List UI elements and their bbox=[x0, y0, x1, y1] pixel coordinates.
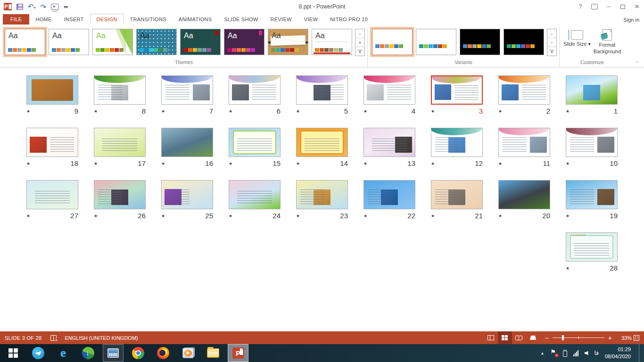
tab-design[interactable]: DESIGN bbox=[90, 14, 124, 25]
animation-indicator-star[interactable]: ★ bbox=[498, 109, 502, 114]
slide-thumbnail-24[interactable] bbox=[229, 180, 281, 209]
taskbar-media-player-button[interactable] bbox=[178, 344, 198, 362]
slide-thumbnail-8[interactable] bbox=[94, 75, 146, 105]
animation-indicator-star[interactable]: ★ bbox=[363, 214, 367, 218]
animation-indicator-star[interactable]: ★ bbox=[296, 214, 300, 218]
slide-thumbnail-1[interactable] bbox=[566, 75, 618, 105]
slide-thumbnail-4[interactable] bbox=[363, 75, 415, 105]
themes-scroll-up-button[interactable]: ▲ bbox=[355, 29, 364, 38]
tab-animations[interactable]: ANIMATIONS bbox=[173, 14, 218, 25]
theme-facet[interactable]: Aa bbox=[92, 29, 133, 55]
redo-button[interactable]: ↷ bbox=[41, 3, 47, 10]
close-button[interactable]: ✕ bbox=[630, 0, 644, 13]
animation-indicator-star[interactable]: ★ bbox=[94, 161, 98, 166]
animation-indicator-star[interactable]: ★ bbox=[566, 214, 570, 218]
animation-indicator-star[interactable]: ★ bbox=[161, 109, 165, 114]
animation-indicator-star[interactable]: ★ bbox=[566, 109, 570, 114]
minimize-button[interactable]: ─ bbox=[602, 0, 616, 13]
slide-thumbnail-15[interactable] bbox=[229, 128, 281, 157]
themes-more-button[interactable]: ▼ bbox=[355, 47, 364, 56]
slide-thumbnail-23[interactable] bbox=[296, 180, 348, 209]
tab-slide-show[interactable]: SLIDE SHOW bbox=[218, 14, 264, 25]
zoom-in-button[interactable]: + bbox=[608, 335, 612, 341]
tab-review[interactable]: REVIEW bbox=[264, 14, 298, 25]
help-button[interactable]: ? bbox=[573, 0, 587, 13]
volume-icon[interactable] bbox=[585, 351, 588, 355]
variants-scroll-up-button[interactable]: ▲ bbox=[547, 29, 556, 38]
slide-thumbnail-6[interactable] bbox=[229, 75, 281, 105]
keyboard-language-indicator[interactable]: فا bbox=[594, 350, 599, 356]
reading-view-button[interactable] bbox=[512, 331, 526, 344]
slide-thumbnail-13[interactable] bbox=[363, 128, 415, 157]
customize-qat-button[interactable]: ▾▾ bbox=[64, 4, 67, 9]
sign-in-link[interactable]: Sign in bbox=[623, 17, 639, 23]
taskbar-on-screen-keyboard-button[interactable] bbox=[103, 344, 124, 362]
animation-indicator-star[interactable]: ★ bbox=[296, 161, 300, 166]
animation-indicator-star[interactable]: ★ bbox=[566, 161, 570, 166]
theme-ion-boardroom[interactable]: Aa bbox=[224, 29, 264, 55]
slide-thumbnail-7[interactable] bbox=[161, 75, 213, 105]
theme-ion[interactable]: Aa bbox=[180, 29, 221, 55]
slide-show-button[interactable] bbox=[526, 331, 540, 344]
slide-thumbnail-28[interactable] bbox=[566, 232, 618, 262]
spell-check-icon[interactable] bbox=[50, 335, 57, 341]
slide-thumbnail-14[interactable] bbox=[296, 128, 348, 157]
animation-indicator-star[interactable]: ★ bbox=[566, 266, 570, 271]
slide-thumbnail-9[interactable] bbox=[26, 75, 78, 105]
action-center-flag-icon[interactable] bbox=[551, 350, 557, 356]
themes-scroll-down-button[interactable]: ▼ bbox=[355, 38, 364, 47]
power-battery-icon[interactable] bbox=[563, 351, 567, 357]
slide-thumbnail-20[interactable] bbox=[498, 180, 550, 209]
animation-indicator-star[interactable]: ★ bbox=[431, 161, 435, 166]
taskbar-file-explorer-button[interactable] bbox=[203, 344, 223, 362]
slide-thumbnail-5[interactable] bbox=[296, 75, 348, 105]
slide-size-button[interactable]: Slide Size ▾ bbox=[562, 27, 592, 48]
theme-organic[interactable]: Aa bbox=[268, 29, 308, 55]
fit-slide-to-window-button[interactable] bbox=[634, 335, 639, 341]
animation-indicator-star[interactable]: ★ bbox=[94, 214, 98, 218]
slide-thumbnail-10[interactable] bbox=[566, 128, 618, 157]
theme-retrospect[interactable]: Aa bbox=[312, 29, 352, 55]
slide-thumbnail-18[interactable] bbox=[26, 128, 78, 157]
slide-thumbnail-12[interactable] bbox=[431, 128, 483, 157]
zoom-slider[interactable] bbox=[553, 337, 604, 338]
undo-dropdown-icon[interactable]: ▾ bbox=[34, 6, 36, 10]
language-indicator[interactable]: ENGLISH (UNITED KINGDOM) bbox=[65, 335, 138, 341]
taskbar-telegram-button[interactable] bbox=[28, 344, 49, 362]
variant-3[interactable] bbox=[460, 29, 500, 55]
slide-thumbnail-19[interactable] bbox=[566, 180, 618, 209]
slide-thumbnail-27[interactable] bbox=[26, 180, 78, 209]
variant-4[interactable] bbox=[504, 29, 544, 55]
variants-scroll-down-button[interactable]: ▼ bbox=[547, 38, 556, 47]
collapse-ribbon-button[interactable]: ︿ bbox=[635, 58, 639, 65]
taskbar-firefox-button[interactable] bbox=[153, 344, 173, 362]
slide-thumbnail-3[interactable] bbox=[431, 75, 483, 105]
variant-1[interactable] bbox=[372, 29, 413, 55]
animation-indicator-star[interactable]: ★ bbox=[229, 214, 232, 218]
taskbar-powerpoint-button[interactable]: P bbox=[228, 344, 248, 362]
restore-button[interactable] bbox=[616, 0, 630, 13]
animation-indicator-star[interactable]: ★ bbox=[26, 214, 30, 218]
theme-office[interactable]: Aa bbox=[5, 29, 45, 55]
tab-file[interactable]: FILE bbox=[3, 14, 29, 25]
tab-view[interactable]: VIEW bbox=[298, 14, 324, 25]
slide-thumbnail-26[interactable] bbox=[94, 180, 146, 209]
normal-view-button[interactable] bbox=[484, 331, 498, 344]
slide-thumbnail-22[interactable] bbox=[363, 180, 415, 209]
slide-thumbnail-11[interactable] bbox=[498, 128, 550, 157]
tab-home[interactable]: HOME bbox=[29, 14, 58, 25]
animation-indicator-star[interactable]: ★ bbox=[498, 161, 502, 166]
tab-nitro-pro-10[interactable]: NITRO PRO 10 bbox=[324, 14, 374, 25]
animation-indicator-star[interactable]: ★ bbox=[296, 109, 300, 114]
slide-thumbnail-25[interactable] bbox=[161, 180, 213, 209]
taskbar-chrome-button[interactable] bbox=[128, 344, 149, 362]
slide-sorter-view-button[interactable] bbox=[498, 331, 512, 344]
tab-insert[interactable]: INSERT bbox=[58, 14, 90, 25]
theme-integral[interactable]: Aa bbox=[136, 29, 177, 55]
theme-office-classic[interactable]: Aa bbox=[49, 29, 89, 55]
animation-indicator-star[interactable]: ★ bbox=[229, 161, 232, 166]
variants-more-button[interactable]: ▼ bbox=[547, 47, 556, 56]
animation-indicator-star[interactable]: ★ bbox=[431, 109, 435, 114]
animation-indicator-star[interactable]: ★ bbox=[94, 109, 98, 114]
save-button[interactable] bbox=[17, 4, 23, 10]
